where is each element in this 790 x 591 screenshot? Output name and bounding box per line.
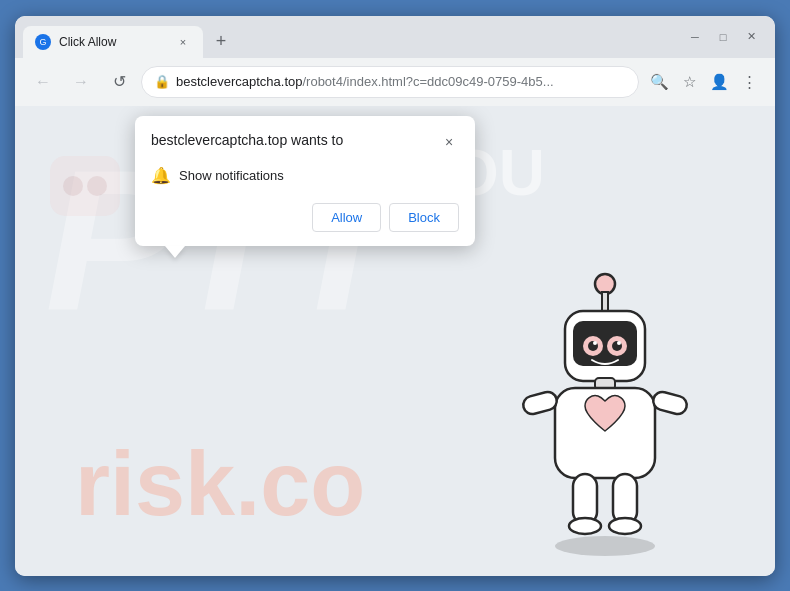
- forward-icon: →: [73, 73, 89, 91]
- svg-point-9: [593, 341, 597, 345]
- address-bar[interactable]: 🔒 bestclevercaptcha.top/robot4/index.htm…: [141, 66, 639, 98]
- tab-close-button[interactable]: ×: [175, 34, 191, 50]
- window-controls: ─ □ ✕: [683, 25, 767, 49]
- allow-button[interactable]: Allow: [312, 203, 381, 232]
- search-button[interactable]: 🔍: [645, 68, 673, 96]
- block-button[interactable]: Block: [389, 203, 459, 232]
- url-main: bestclevercaptcha.top: [176, 74, 302, 89]
- watermark-risk: risk.co: [75, 433, 365, 536]
- dialog-actions: Allow Block: [151, 203, 459, 232]
- lock-icon: 🔒: [154, 74, 170, 89]
- svg-point-20: [63, 176, 83, 196]
- robot-svg: [495, 256, 715, 556]
- menu-button[interactable]: ⋮: [735, 68, 763, 96]
- title-bar: G Click Allow × + ─ □ ✕: [15, 16, 775, 58]
- tab-favicon: G: [35, 34, 51, 50]
- svg-rect-14: [651, 389, 689, 415]
- star-icon: ☆: [683, 73, 696, 91]
- svg-point-21: [87, 176, 107, 196]
- reload-icon: ↺: [113, 72, 126, 91]
- minimize-button[interactable]: ─: [683, 25, 707, 49]
- close-button[interactable]: ✕: [739, 25, 763, 49]
- dialog-header: bestclevercaptcha.top wants to ×: [151, 132, 459, 152]
- bell-icon: 🔔: [151, 166, 171, 185]
- dialog-title: bestclevercaptcha.top wants to: [151, 132, 343, 148]
- account-icon: 👤: [710, 73, 729, 91]
- dialog-tail: [165, 246, 185, 258]
- forward-button[interactable]: →: [65, 66, 97, 98]
- favicon-letter: G: [39, 37, 46, 47]
- svg-rect-15: [573, 474, 597, 524]
- back-button[interactable]: ←: [27, 66, 59, 98]
- nav-bar: ← → ↺ 🔒 bestclevercaptcha.top/robot4/ind…: [15, 58, 775, 106]
- tab-area: G Click Allow × +: [23, 16, 683, 58]
- url-path: /robot4/index.html?c=ddc09c49-0759-4b5..…: [302, 74, 553, 89]
- permission-text: Show notifications: [179, 168, 284, 183]
- svg-point-17: [569, 518, 601, 534]
- robot-illustration: [495, 256, 715, 556]
- svg-rect-19: [50, 156, 120, 216]
- search-icon: 🔍: [650, 73, 669, 91]
- reload-button[interactable]: ↺: [103, 66, 135, 98]
- maximize-button[interactable]: □: [711, 25, 735, 49]
- dialog-permission-row: 🔔 Show notifications: [151, 162, 459, 189]
- page-content: PTT OU risk.co: [15, 106, 775, 576]
- bookmark-button[interactable]: ☆: [675, 68, 703, 96]
- active-tab[interactable]: G Click Allow ×: [23, 26, 203, 58]
- nav-extras: 🔍 ☆ 👤 ⋮: [645, 68, 763, 96]
- notification-dialog: bestclevercaptcha.top wants to × 🔔 Show …: [135, 116, 475, 246]
- dialog-close-button[interactable]: ×: [439, 132, 459, 152]
- svg-rect-16: [613, 474, 637, 524]
- left-graphic: [35, 136, 135, 256]
- back-icon: ←: [35, 73, 51, 91]
- menu-icon: ⋮: [742, 73, 757, 91]
- svg-rect-4: [573, 321, 637, 366]
- browser-window: G Click Allow × + ─ □ ✕ ← → ↺ 🔒 bestclev…: [15, 16, 775, 576]
- tab-title: Click Allow: [59, 35, 167, 49]
- url-text: bestclevercaptcha.top/robot4/index.html?…: [176, 74, 626, 89]
- svg-point-0: [555, 536, 655, 556]
- account-button[interactable]: 👤: [705, 68, 733, 96]
- svg-point-10: [617, 341, 621, 345]
- svg-rect-13: [521, 389, 559, 415]
- new-tab-button[interactable]: +: [207, 28, 235, 56]
- svg-point-18: [609, 518, 641, 534]
